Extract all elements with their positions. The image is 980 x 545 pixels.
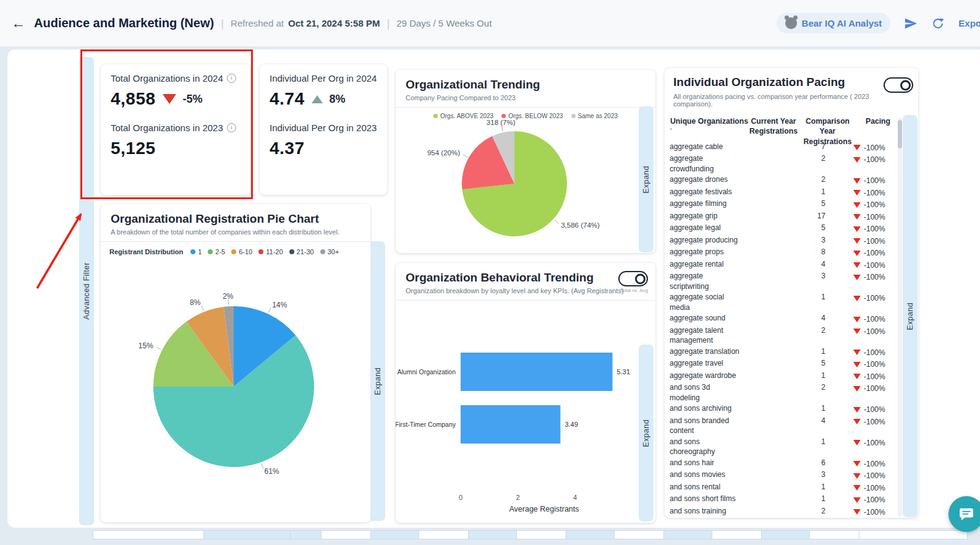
cell-pacing: -100% — [853, 259, 885, 271]
pacing-down-icon — [853, 509, 861, 515]
legend-item[interactable]: 11-20 — [258, 248, 283, 255]
pacing-table-scrollbar[interactable] — [898, 118, 902, 517]
legend-item[interactable]: 2-5 — [208, 248, 225, 255]
svg-text:15%: 15% — [138, 341, 153, 350]
toggle-caption: Total vs. Avg — [620, 288, 648, 293]
chat-fab-button[interactable] — [948, 496, 980, 532]
cell-comparison-year: 3 — [795, 470, 853, 480]
legend-label: Same as 2023 — [578, 113, 618, 119]
export-button[interactable]: Expo — [958, 18, 980, 28]
table-row[interactable]: aggregate cable7-100% — [670, 141, 897, 153]
table-strip-cell — [93, 530, 204, 539]
expand-tab-pacing[interactable]: Expand — [903, 115, 918, 517]
table-row[interactable]: aggregate crowdfunding2-100% — [670, 153, 897, 174]
info-icon[interactable] — [227, 74, 236, 83]
cell-comparison-year: 2 — [795, 325, 853, 336]
table-row[interactable]: aggregate travel5-100% — [670, 358, 897, 371]
table-strip-cell — [371, 530, 419, 539]
refreshed-at-label: Refreshed at — [231, 18, 284, 28]
table-row[interactable]: aggregate scriptwriting3-100% — [670, 271, 897, 292]
table-row[interactable]: and sons movies3-100% — [670, 470, 897, 482]
cell-pacing: -100% — [853, 187, 885, 199]
kpi-value-row: 5,125 — [111, 139, 241, 158]
table-strip-cell — [566, 530, 615, 539]
table-row[interactable]: aggregate translation1-100% — [670, 346, 897, 358]
table-row[interactable]: and sons archiving1-100% — [670, 403, 897, 416]
table-row[interactable]: aggregate wardrobe1-100% — [670, 370, 897, 382]
behavioral-card-title: Organization Behavioral Trending — [406, 271, 646, 285]
table-row[interactable]: aggregate grip17-100% — [670, 210, 897, 223]
cell-comparison-year: 5 — [795, 358, 853, 369]
cell-comparison-year: 4 — [795, 313, 853, 324]
expand-tab-registration[interactable]: Expand — [370, 241, 385, 521]
legend-item[interactable]: 1 — [190, 248, 202, 255]
registration-pie-card: Organizational Registration Pie Chart A … — [101, 204, 370, 522]
table-row[interactable]: aggregate props8-100% — [670, 247, 897, 259]
scrollbar-thumb[interactable] — [898, 120, 902, 148]
cell-pacing: -100% — [853, 382, 885, 394]
trending-card-title: Organizational Trending — [406, 78, 646, 92]
table-row[interactable]: aggregate festivals1-100% — [670, 186, 897, 199]
pacing-value: -100% — [864, 293, 885, 304]
kpi-total-2023-value: 5,125 — [111, 139, 156, 158]
cell-organization: and sons choreography — [670, 437, 745, 457]
legend-item[interactable]: Orgs. BELOW 2023 — [501, 113, 563, 119]
pacing-value: -100% — [864, 495, 885, 505]
table-row[interactable]: and sons 3d modeling2-100% — [670, 382, 897, 403]
card-head: Individual Organization Pacing All organ… — [665, 75, 918, 108]
sort-indicator[interactable]: - — [670, 126, 749, 131]
kpi-perorg-2023-label: Individual Per Org in 2023 — [270, 122, 377, 133]
legend-item[interactable]: 30+ — [320, 248, 339, 255]
card-head: Organizational Registration Pie Chart A … — [101, 204, 370, 242]
pacing-down-icon — [853, 226, 861, 232]
table-row[interactable]: aggregate social media1-100% — [670, 292, 897, 313]
kpi-label-row: Individual Per Org in 2024 — [270, 73, 377, 84]
expand-tab-behavioral[interactable]: Expand — [639, 345, 654, 521]
refresh-icon[interactable] — [931, 17, 945, 30]
table-row[interactable]: and sons hair6-100% — [670, 457, 897, 470]
cell-organization: and sons branded content — [670, 416, 745, 436]
table-row[interactable]: and sons rental1-100% — [670, 481, 897, 494]
legend-item[interactable]: 6-10 — [231, 248, 252, 255]
send-icon[interactable] — [904, 17, 918, 30]
cell-comparison-year: 7 — [795, 142, 853, 152]
table-row[interactable]: and sons training videos2-100% — [670, 505, 897, 517]
cell-comparison-year: 1 — [795, 292, 853, 303]
cell-organization: aggregate translation — [670, 346, 745, 357]
table-row[interactable]: aggregate rental4-100% — [670, 259, 897, 271]
info-icon[interactable] — [227, 123, 236, 132]
table-row[interactable]: aggregate legal5-100% — [670, 223, 897, 235]
legend-dot — [190, 249, 195, 254]
cell-pacing: -100% — [853, 235, 885, 247]
ai-analyst-button[interactable]: Bear IQ AI Analyst — [777, 13, 891, 33]
table-row[interactable]: and sons branded content4-100% — [670, 415, 897, 436]
legend-item[interactable]: Same as 2023 — [571, 113, 618, 119]
expand-tab-trending[interactable]: Expand — [639, 106, 654, 252]
kpi-label-row: Total Organizations in 2024 — [111, 73, 241, 84]
advanced-filter-tab[interactable]: Advanced Filter — [79, 57, 94, 525]
table-row[interactable]: and sons choreography1-100% — [670, 436, 897, 457]
table-row[interactable]: aggregate producing3-100% — [670, 234, 897, 247]
pacing-value: -100% — [864, 348, 885, 358]
pacing-down-icon — [853, 296, 861, 301]
table-row[interactable]: and sons short films1-100% — [670, 494, 897, 506]
pacing-toggle[interactable] — [884, 77, 913, 93]
total-vs-avg-toggle[interactable] — [618, 271, 648, 286]
legend-item[interactable]: 21-30 — [289, 248, 314, 255]
pacing-down-icon — [853, 262, 861, 268]
refreshed-at-value: Oct 21, 2024 5:58 PM — [288, 18, 380, 28]
back-arrow-icon[interactable]: ← — [11, 15, 25, 32]
cell-organization: and sons hair — [670, 458, 745, 468]
svg-text:3.49: 3.49 — [565, 421, 577, 428]
pacing-down-icon — [853, 202, 861, 208]
table-row[interactable]: aggregate drones2-100% — [670, 174, 897, 187]
cell-pacing: -100% — [853, 271, 885, 283]
legend-item[interactable]: Orgs. ABOVE 2023 — [433, 113, 493, 119]
table-row[interactable]: aggregate talent management2-100% — [670, 325, 897, 346]
kpi-value-row: 4.74 8% — [270, 89, 377, 109]
table-row[interactable]: aggregate sound4-100% — [670, 313, 897, 325]
table-row[interactable]: aggregate filming5-100% — [670, 199, 897, 211]
pacing-value: -100% — [864, 200, 885, 210]
pacing-table-body: aggregate cable7-100%aggregate crowdfund… — [670, 141, 897, 517]
pacing-down-icon — [853, 485, 861, 491]
